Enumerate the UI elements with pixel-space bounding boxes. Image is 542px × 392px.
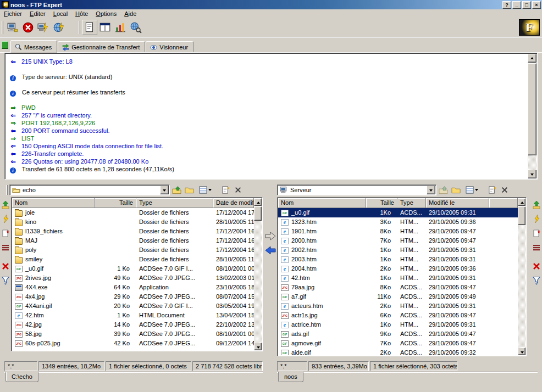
local-delete-button[interactable] [232,184,244,195]
remote-filter-button[interactable] [532,276,541,285]
file-row[interactable]: l1339_fichiers Dossier de fichiers 17/12… [12,227,254,236]
file-row[interactable]: poly Dossier de fichiers 17/12/2004 16:5… [12,245,254,255]
scroll-thumb[interactable] [518,206,526,225]
file-row[interactable]: 2004.htm 2Ko HTM... 29/10/2005 09:36 [278,264,518,273]
file-row[interactable]: aide.gif 2Ko ACDS... 29/10/2005 09:32 [278,348,518,355]
file-row[interactable]: 2003.htm 1Ko HTM... 29/10/2005 09:31 [278,255,518,264]
scroll-thumb[interactable] [528,63,537,155]
local-path-combo[interactable]: echo [9,184,170,195]
local-filter-button[interactable] [1,276,10,285]
file-row[interactable]: 42.htm 1Ko HTM... 29/10/2005 09:31 [278,273,518,283]
column-header-type[interactable]: Type [397,198,426,208]
local-new-item-button[interactable] [1,228,10,238]
connect-button[interactable] [5,20,20,35]
remote-download-button[interactable] [532,200,541,209]
file-row[interactable]: joie Dossier de fichiers 17/12/2004 17:0… [12,208,254,217]
file-row[interactable]: 2rives.jpg 49 Ko ACDSee 7.0 JPEG... 13/0… [12,273,254,283]
menu-editer[interactable]: Editer [26,10,49,18]
remote-delete-button[interactable] [499,184,511,195]
close-button[interactable]: × [532,1,541,9]
file-row[interactable]: 79aa.jpg 8Ko ACDS... 29/10/2005 09:47 [278,283,518,292]
scroll-down-button[interactable] [254,343,262,350]
local-quick-transfer-button[interactable] [1,214,10,223]
file-row[interactable]: a7.gif 11Ko ACDS... 29/10/2005 09:49 [278,292,518,301]
local-up-folder-button[interactable] [170,184,182,195]
local-list-scrollbar[interactable] [254,198,262,350]
remote-site-tab[interactable]: noos [278,372,303,382]
column-header-nom[interactable]: Nom [278,198,366,208]
scroll-down-button[interactable] [518,348,526,355]
maximize-button[interactable]: □ [522,1,531,9]
remote-path-dropdown-button[interactable] [427,186,435,194]
scroll-thumb[interactable] [254,206,262,221]
file-row[interactable]: 4X4ani.gif 20 Ko ACDSee 7.0 GIF I... 03/… [12,301,254,311]
remote-list-scrollbar[interactable] [518,198,526,355]
toolbar-grip-2[interactable] [79,21,80,34]
local-upload-button[interactable] [1,200,10,209]
remote-up-folder-button[interactable] [437,184,449,195]
quick-connect-button[interactable] [36,20,51,35]
remote-view-mode-button[interactable] [462,184,481,195]
tab-messages[interactable]: Messages [10,40,57,53]
file-row[interactable]: 42.jpg 14 Ko ACDSee 7.0 JPEG... 22/10/20… [12,320,254,329]
transfer-right-button[interactable] [264,231,277,242]
scroll-up-button[interactable] [518,198,526,206]
menu-aide[interactable]: Aide [120,10,140,18]
minimize-button[interactable]: _ [512,1,521,9]
help-button[interactable]: ? [502,1,511,9]
log-scrollbar[interactable] [528,54,537,178]
remote-delete-file-button[interactable] [532,261,541,271]
local-folder-tab[interactable]: C:\echo [5,372,38,382]
dock-button[interactable] [2,41,8,49]
site-manager-button[interactable] [51,20,67,35]
column-header-modifie[interactable]: Modifié le [426,198,489,208]
scroll-up-button[interactable] [528,54,537,63]
file-row[interactable]: 58.jpg 39 Ko ACDSee 7.0 JPEG... 08/10/20… [12,329,254,339]
local-addressbar-grip[interactable] [6,185,8,195]
file-row[interactable]: 2000.htm 7Ko HTM... 29/10/2005 09:47 [278,236,518,245]
messages-view-button[interactable] [82,20,97,35]
menu-hote[interactable]: Hôte [71,10,92,18]
scroll-down-button[interactable] [528,170,537,178]
menu-fichier[interactable]: Fichier [0,10,26,18]
local-view-mode-button[interactable] [196,184,214,195]
file-row[interactable]: _u0.gif 1 Ko ACDSee 7.0 GIF I... 08/10/2… [12,264,254,273]
remote-new-item-button[interactable] [532,228,541,238]
file-row[interactable]: acteurs.htm 2Ko HTM... 29/10/2005 09:31 [278,301,518,311]
remote-path-combo[interactable]: Serveur [277,184,436,195]
file-row[interactable]: actr1s.jpg 6Ko ACDS... 29/10/2005 09:47 [278,311,518,320]
column-header-nom[interactable]: Nom [12,198,95,208]
search-button[interactable] [128,20,143,35]
file-row[interactable]: 1323.htm 3Ko HTM... 29/10/2005 09:36 [278,217,518,227]
remote-new-folder-button[interactable] [486,184,498,195]
file-row[interactable]: 2002.htm 1Ko HTM... 29/10/2005 09:31 [278,245,518,255]
tab-gestionnaire-de-transfert[interactable]: Gestionnaire de Transfert [58,41,145,52]
tab-visionneur[interactable]: Visionneur [146,41,193,52]
column-header-date[interactable]: Date de modificatio [213,198,254,208]
file-row[interactable]: actrice.htm 1Ko HTM... 29/10/2005 09:31 [278,320,518,329]
file-row[interactable]: _u0.gif 1Ko ACDS... 29/10/2005 09:31 [278,208,518,217]
transfer-manager-view-button[interactable] [97,20,113,35]
local-queue-button[interactable] [1,243,10,252]
file-row[interactable]: ads.gif 9Ko ACDS... 29/10/2005 09:47 [278,329,518,339]
menu-local[interactable]: Local [49,10,71,18]
file-row[interactable]: kino Dossier de fichiers 28/10/2005 11:0… [12,217,254,227]
column-header-taille[interactable]: Taille [366,198,397,208]
transfer-left-button[interactable] [264,245,277,256]
file-row[interactable]: 1901.htm 8Ko HTM... 29/10/2005 09:47 [278,227,518,236]
local-delete-file-button[interactable] [1,261,10,271]
file-row[interactable]: 4x4.jpg 29 Ko ACDSee 7.0 JPEG... 08/07/2… [12,292,254,301]
file-row[interactable]: 42.htm 1 Ko HTML Document 13/04/2004 15:… [12,311,254,320]
local-root-folder-button[interactable] [183,184,195,195]
scroll-up-button[interactable] [254,198,262,206]
file-row[interactable]: agmove.gif 7Ko ACDS... 29/10/2005 09:47 [278,339,518,348]
file-row[interactable]: 60s-p025.jpg 42 Ko ACDSee 7.0 JPEG... 09… [12,339,254,348]
remote-quick-transfer-button[interactable] [532,214,541,223]
column-header-type[interactable]: Type [136,198,213,208]
file-row[interactable]: smiley Dossier de fichiers 28/10/2005 11… [12,255,254,264]
disconnect-button[interactable] [20,20,36,35]
toolbar-grip[interactable] [2,21,3,34]
statistics-button[interactable] [113,20,128,35]
column-header-taille[interactable]: Taille [95,198,136,208]
menu-options[interactable]: Options [92,10,120,18]
